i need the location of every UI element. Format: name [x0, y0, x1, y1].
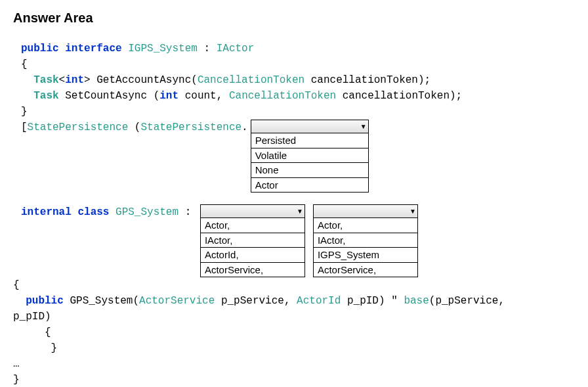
keyword-public: public [21, 43, 59, 55]
type-actorid: ActorId [297, 295, 341, 307]
code-line: public GPS_System(ActorService p_pServic… [13, 293, 575, 309]
paren-close: ) [379, 295, 385, 307]
code-line: p_pID) [13, 309, 575, 325]
keyword-internal: internal [21, 206, 72, 218]
angle-open: < [59, 74, 66, 86]
ellipsis: … [13, 356, 575, 372]
param-name: cancellationToken [311, 74, 418, 86]
keyword-class: class [77, 206, 109, 218]
param-name: p_pID [13, 311, 45, 323]
type-gps-system: GPS_System [116, 206, 178, 218]
code-line: Task<int> GetAccountAsync(CancellationTo… [21, 72, 575, 88]
semicolon: ; [425, 74, 431, 86]
param-name: p_pID [347, 295, 379, 307]
chevron-down-icon: ▼ [360, 122, 367, 131]
colon: : [203, 43, 210, 55]
code-line: public interface IGPS_System : IActor [21, 41, 575, 57]
method-name: SetCountAsync [65, 90, 147, 102]
comma: , [284, 295, 291, 307]
quote: " [391, 295, 398, 307]
dropdown-selected[interactable]: ▼ [314, 205, 417, 218]
type-cancellationtoken: CancellationToken [198, 74, 304, 86]
class-decl-line: internal class GPS_System : ▼ Actor, IAc… [21, 204, 575, 277]
dropdown-option[interactable]: Actor [251, 177, 368, 193]
type-actorservice: ActorService [139, 295, 215, 307]
code-line: Task SetCountAsync (int count, Cancellat… [21, 88, 575, 104]
type-statepersistence: StatePersistence [28, 122, 129, 133]
paren-close: ) [450, 90, 456, 102]
type-igps-system: IGPS_System [128, 43, 198, 55]
dropdown-option[interactable]: ActorService, [201, 262, 304, 277]
dropdown-option[interactable]: Actor, [314, 218, 417, 233]
dropdown-state-persistence[interactable]: ▼ Persisted Volatile None Actor [251, 120, 369, 193]
dropdown-interface[interactable]: ▼ Actor, IActor, IGPS_System ActorServic… [313, 204, 418, 277]
keyword-base: base [404, 295, 429, 307]
dropdown-option[interactable]: IActor, [201, 233, 304, 248]
method-name: GetAccountAsync [96, 74, 191, 86]
dropdown-option[interactable]: IActor, [314, 233, 417, 248]
dropdown-option[interactable]: Persisted [251, 133, 368, 148]
keyword-public: public [26, 295, 64, 307]
dropdown-selected[interactable]: ▼ [251, 120, 368, 133]
type-task: Task [33, 90, 58, 102]
semicolon: ; [456, 90, 463, 102]
param-name: p_pService [221, 295, 284, 307]
type-iactor: IActor [217, 43, 255, 55]
keyword-interface: interface [65, 43, 121, 55]
paren-open: ( [135, 122, 141, 133]
dropdown-option[interactable]: IGPS_System [314, 247, 417, 262]
brace-close: } [13, 372, 575, 387]
bracket-open: [ [21, 122, 28, 133]
angle-close: > [84, 74, 91, 86]
dot: . [242, 122, 248, 133]
page-title: Answer Area [13, 8, 575, 28]
param-name: p_pService [435, 295, 498, 307]
attribute-line: [StatePersistence (StatePersistence. ▼ P… [21, 120, 575, 193]
code-area: public interface IGPS_System : IActor { … [13, 41, 575, 277]
paren-open: ( [133, 295, 139, 307]
paren-close: ) [45, 311, 51, 323]
dropdown-option[interactable]: Volatile [251, 148, 368, 163]
brace-open: { [21, 57, 575, 72]
type-statepersistence: StatePersistence [140, 122, 242, 133]
chevron-down-icon: ▼ [297, 206, 303, 216]
dropdown-option[interactable]: ActorId, [201, 247, 304, 262]
comma: , [217, 90, 223, 102]
brace-close: } [21, 104, 575, 120]
dropdown-option[interactable]: ActorService, [314, 262, 417, 277]
paren-close: ) [418, 74, 425, 86]
keyword-int: int [159, 90, 178, 102]
brace-open: { [13, 325, 575, 340]
paren-open: ( [154, 90, 160, 102]
dropdown-selected[interactable]: ▼ [201, 205, 304, 218]
dropdown-option[interactable]: Actor, [201, 218, 304, 233]
colon: : [185, 206, 192, 218]
brace-open: { [13, 277, 575, 293]
brace-close: } [13, 340, 575, 356]
chevron-down-icon: ▼ [410, 206, 416, 216]
keyword-int: int [65, 74, 84, 86]
type-cancellationtoken: CancellationToken [229, 90, 336, 102]
paren-open: ( [191, 74, 198, 86]
dropdown-option[interactable]: None [251, 162, 368, 177]
dropdown-base-class[interactable]: ▼ Actor, IActor, ActorId, ActorService, [200, 204, 305, 277]
param-name: count [185, 90, 217, 102]
comma: , [498, 295, 505, 307]
type-task: Task [33, 74, 58, 86]
param-name: cancellationToken [343, 90, 450, 102]
ctor-name: GPS_System [70, 295, 133, 307]
paren-open: ( [429, 295, 436, 307]
